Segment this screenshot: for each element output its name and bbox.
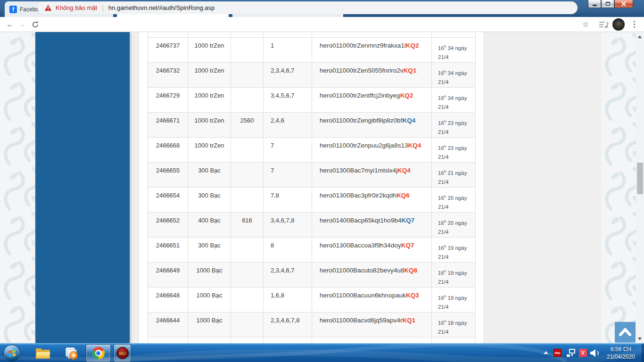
clock-time: 6:56 CH [601,346,641,353]
cell-bet-amount: 300 Bạc [188,163,231,187]
cell-win-amount: 616 [231,213,264,237]
cell-spin-code: hero011000trZenmnz9frakxa1lKQ2 [312,38,432,62]
cell-timestamp: 16h 17 ngày21/4 [432,337,476,343]
desktop-screen: f Facebook × MU MU Hà Nội 2003 - Gamethu… [0,0,644,362]
table-card: 2466737 1000 trZen 1 hero011000trZenmnz9… [139,32,483,343]
scrollbar-up-icon[interactable] [638,35,642,38]
table-row: 2466644 1000 Bạc 2,3,4,6,7,8 hero011000B… [148,313,475,337]
cell-spin-id: 2466671 [148,113,188,137]
cell-win-amount [231,88,264,112]
cell-numbers: 7 [264,163,312,187]
facebook-icon: f [9,6,17,13]
cell-bet-amount: 1000 trZen [188,88,231,112]
taskbar-clock[interactable]: 6:56 CH 21/04/2020 [601,346,641,361]
media-player-icon [65,347,78,360]
cell-spin-id: 2466654 [148,188,188,212]
table-row: 2466668 1000 trZen 7 hero011000trZenpuu2… [148,138,475,163]
cell-win-amount [231,263,264,287]
cell-bet-amount: 1000 trZen [188,337,231,343]
taskbar-media-player-button[interactable] [60,344,82,362]
address-bar[interactable]: Không bảo mật | hn.gamethuvn.net/#auth/S… [38,1,578,14]
network-tray-icon[interactable] [567,349,575,357]
omnibox-separator: | [102,4,104,12]
cell-numbers: 3,4,6,7,8 [264,213,312,237]
cell-spin-code: hero01300Bac3pfr0ir2kqdhKQ6 [312,188,432,212]
tray-v-icon[interactable]: V [579,349,587,357]
cell-numbers: 7,8 [264,188,312,212]
url-text[interactable]: hn.gamethuvn.net/#auth/SpinRong.asp [108,4,215,11]
taskbar-mu-game-button[interactable]: MU [114,344,131,362]
cell-spin-id: 2466732 [148,63,188,87]
cell-win-amount [231,288,264,312]
cell-numbers: 2,3,4,6,7 [264,63,312,87]
cell-spin-code: hero011000trZengibf8ip8z0bfKQ4 [312,113,432,137]
table-row: 2466655 300 Bạc 7 hero01300Bac7myi1mlslx… [148,163,475,188]
cell-bet-amount: 1000 trZen [188,63,231,87]
media-list-extension-icon[interactable] [599,21,609,28]
close-window-icon [621,1,626,6]
cell-spin-id: 2466648 [148,288,188,312]
cell-bet-amount: 1000 trZen [188,138,231,162]
table-row-clipped-top [148,32,475,38]
cell-timestamp: 16h 23 ngày21/4 [432,113,476,137]
table-row: 2466671 1000 trZen 2560 2,4,6 hero011000… [148,113,475,138]
show-hidden-icons-button[interactable] [544,351,548,354]
cell-numbers: 1 [264,38,312,62]
cell-spin-id: 2466652 [148,213,188,237]
reload-button[interactable] [29,20,41,29]
close-window-button[interactable] [614,0,633,8]
cell-bet-amount: 400 Bạc [188,213,231,237]
browser-menu-icon[interactable] [633,21,635,29]
windows-flag-icon [8,350,16,357]
page-scrollbar[interactable] [636,32,644,343]
cell-timestamp: 16h 19 ngày21/4 [432,238,476,262]
minimize-button[interactable] [588,0,601,8]
cell-timestamp: 16h 18 ngày21/4 [432,313,476,337]
cell-bet-amount: 1000 trZen [188,113,231,137]
scrollbar-down-icon[interactable] [638,337,642,340]
show-desktop-button[interactable] [642,344,644,362]
table-row: 2466737 1000 trZen 1 hero011000trZenmnz9… [148,38,475,63]
cell-win-amount [231,188,264,212]
cell-numbers: 2,4,6 [264,113,312,137]
chevron-up-icon [615,322,636,343]
table-row: 2466654 300 Bạc 7,8 hero01300Bac3pfr0ir2… [148,188,475,213]
mu-game-icon: MU [116,347,129,359]
cell-bet-amount: 1000 Bạc [188,263,231,287]
browser-toolbar: ← → [0,17,644,32]
damask-pattern-left [0,32,35,343]
cell-bet-amount: 300 Bạc [188,188,231,212]
forward-button[interactable]: → [16,20,28,29]
window-controls [588,0,633,8]
cell-bet-amount: 300 Bạc [188,238,231,262]
bookmark-star-icon[interactable]: ☆ [581,20,590,29]
table-row: 2466732 1000 trZen 2,3,4,6,7 hero011000t… [148,63,475,88]
cell-spin-code: hero011000trZenpuu2g6ja8s13KQ4 [312,138,432,162]
cell-numbers: 2,3,4,6,7 [264,263,312,287]
maximize-button[interactable] [601,0,614,8]
cell-spin-id: 2466651 [148,238,188,262]
table-row: 2466651 300 Bạc 8 hero01300Baccoa3f9h34d… [148,238,475,263]
page-content: 2466737 1000 trZen 1 hero011000trZenmnz9… [0,32,644,343]
cell-numbers: 2,3,4,6,7,8 [264,313,312,337]
back-to-top-button[interactable] [615,322,636,343]
cell-win-amount: 2560 [231,113,264,137]
cell-spin-id: 2466729 [148,88,188,112]
profile-avatar[interactable] [612,18,625,31]
volume-tray-icon[interactable] [590,349,600,357]
sidebar-panel [35,32,130,343]
start-button[interactable] [3,345,20,362]
cell-spin-code: hero011000Bacuto82bevy4u8KQ8 [312,263,432,287]
cell-spin-code: hero01300Bac7myi1mlslx4jKQ4 [312,163,432,187]
scrollbar-thumb[interactable] [637,163,643,194]
tray-mu-icon[interactable]: mu [553,349,561,357]
cell-spin-id: 2466737 [148,38,188,62]
taskbar-chrome-button[interactable] [86,344,111,362]
warning-triangle-icon [44,4,52,11]
security-warning-label[interactable]: Không bảo mật [56,4,97,11]
cell-win-amount [231,238,264,262]
back-button[interactable]: ← [4,20,16,29]
cell-bet-amount: 1000 trZen [188,38,231,62]
cell-numbers: 8 [264,238,312,262]
taskbar-explorer-button[interactable] [32,344,54,362]
